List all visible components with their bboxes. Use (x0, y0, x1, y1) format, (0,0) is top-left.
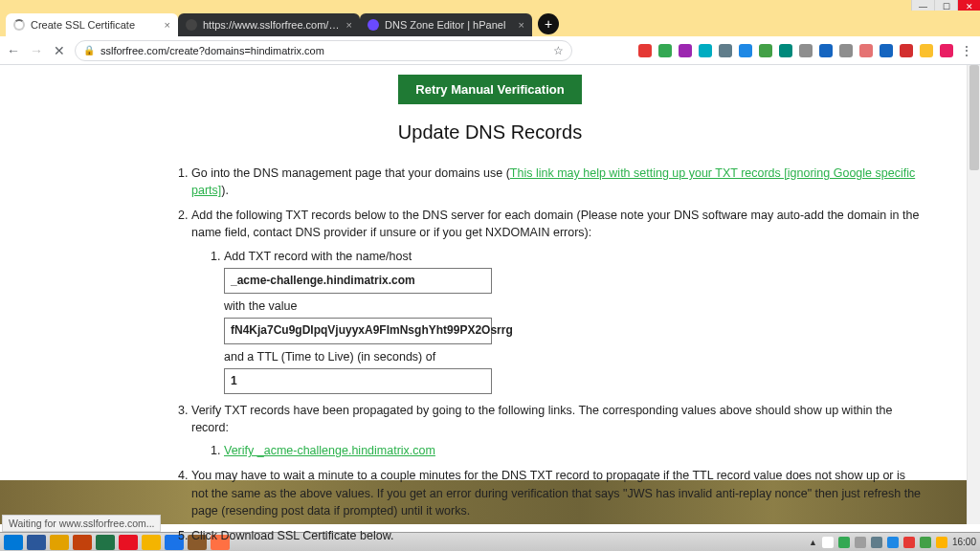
tab-close-icon[interactable]: × (165, 19, 170, 31)
extension-icon[interactable] (739, 44, 752, 57)
url-text: sslforfree.com/create?domains=hindimatri… (100, 45, 324, 56)
new-tab-button[interactable]: + (538, 13, 559, 34)
lock-icon: 🔒 (83, 45, 95, 55)
extension-icon[interactable] (839, 44, 853, 57)
loading-spinner-icon (13, 19, 25, 31)
ttl-field[interactable]: 1 (224, 368, 492, 394)
extension-icon[interactable] (799, 44, 813, 57)
extension-icon[interactable] (859, 44, 873, 57)
extension-icon[interactable] (779, 44, 792, 57)
ttl-label: and a TTL (Time to Live) (in seconds) of (224, 348, 923, 365)
address-bar[interactable]: 🔒 sslforfree.com/create?domains=hindimat… (75, 40, 572, 61)
extension-icon[interactable] (819, 44, 833, 57)
step-3-sub-1: Verify _acme-challenge.hindimatrix.com (224, 442, 923, 459)
retry-verification-button[interactable]: Retry Manual Verification (398, 75, 581, 104)
extensions-area: ⋮ (638, 43, 974, 58)
extension-icon[interactable] (679, 44, 692, 57)
tab-sslforfree[interactable]: https://www.sslforfree.com/creat × (178, 13, 360, 36)
txt-value-field[interactable]: fN4Kja7Cu9gDIpqVjuyyxA9FImNsghYht99PX2Os… (224, 318, 492, 343)
extension-icon[interactable] (699, 44, 712, 57)
stop-reload-button[interactable]: ✕ (52, 43, 67, 58)
browser-toolbar: ← → ✕ 🔒 sslforfree.com/create?domains=hi… (0, 36, 980, 65)
back-button[interactable]: ← (6, 43, 21, 58)
step-3-text: Verify TXT records have been propagated … (191, 404, 892, 434)
tab-title: https://www.sslforfree.com/creat (203, 19, 341, 31)
step-1-text-a: Go into the DNS management page that you… (191, 166, 510, 180)
tab-title: Create SSL Certificate (31, 19, 159, 31)
instructions-list: Go into the DNS management page that you… (191, 165, 923, 544)
tab-close-icon[interactable]: × (346, 19, 352, 31)
verify-txt-link[interactable]: Verify _acme-challenge.hindimatrix.com (224, 444, 435, 457)
tab-dns-editor[interactable]: DNS Zone Editor | hPanel × (360, 13, 532, 36)
step-2-text: Add the following TXT records below to t… (191, 209, 919, 239)
extension-icon[interactable] (880, 44, 893, 57)
step-5: Click Download SSL Certificate below. (191, 527, 923, 544)
with-value-label: with the value (224, 298, 923, 315)
page-heading: Update DNS Records (29, 121, 951, 143)
step-3-sublist: Verify _acme-challenge.hindimatrix.com (224, 442, 923, 459)
extension-icon[interactable] (759, 44, 772, 57)
txt-host-field[interactable]: _acme-challenge.hindimatrix.com (224, 268, 492, 294)
window-titlebar (0, 0, 980, 11)
step-1-text-b: ). (221, 184, 229, 197)
extension-icon[interactable] (658, 44, 672, 57)
extension-icon[interactable] (920, 44, 933, 57)
tab-close-icon[interactable]: × (519, 19, 524, 31)
forward-button[interactable]: → (29, 43, 44, 58)
tab-create-ssl[interactable]: Create SSL Certificate × (6, 13, 178, 36)
step-2: Add the following TXT records below to t… (191, 207, 923, 394)
step-2-sublist: Add TXT record with the name/host _acme-… (224, 248, 923, 395)
step-4: You may have to wait a minute to a coupl… (191, 467, 923, 518)
extension-icon[interactable] (719, 44, 732, 57)
page-content: Retry Manual Verification Update DNS Rec… (0, 65, 980, 551)
step-3: Verify TXT records have been propagated … (191, 402, 923, 459)
add-txt-label: Add TXT record with the name/host (224, 250, 412, 263)
bookmark-star-icon[interactable]: ☆ (553, 44, 564, 57)
page-viewport: Retry Manual Verification Update DNS Rec… (0, 65, 980, 524)
browser-menu-button[interactable]: ⋮ (960, 43, 974, 58)
tab-title: DNS Zone Editor | hPanel (385, 19, 513, 31)
step-1: Go into the DNS management page that you… (191, 165, 923, 199)
tab-strip: Create SSL Certificate × https://www.ssl… (0, 11, 980, 36)
extension-icon[interactable] (940, 44, 953, 57)
globe-icon (186, 19, 197, 31)
hpanel-icon (368, 19, 379, 31)
step-2-sub-1: Add TXT record with the name/host _acme-… (224, 248, 923, 395)
extension-icon[interactable] (638, 44, 652, 57)
extension-icon[interactable] (900, 44, 913, 57)
